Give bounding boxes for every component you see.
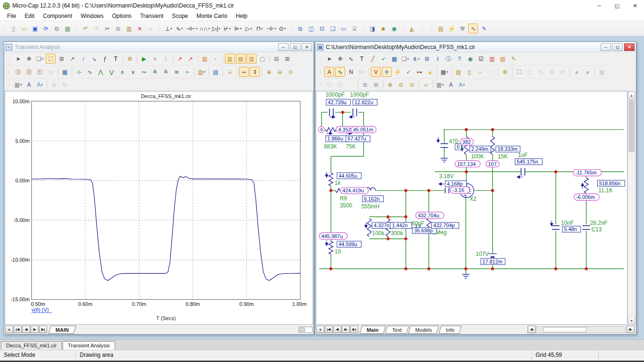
- sound-options-button[interactable]: ◭: [407, 24, 417, 33]
- menu-component[interactable]: Component: [39, 12, 76, 20]
- component-value[interactable]: 1k: [335, 180, 341, 186]
- zoom-box-mode-button[interactable]: ⛶: [46, 54, 56, 64]
- flip-vertical-button[interactable]: ⇅: [547, 67, 557, 77]
- sine-source-component-button[interactable]: ⊙▾: [277, 24, 287, 33]
- next-peak-button[interactable]: ⋀: [96, 67, 106, 77]
- node-voltage[interactable]: -11.765m: [575, 170, 596, 175]
- node-voltage[interactable]: -3.16: [453, 187, 464, 193]
- component-value[interactable]: 100k: [372, 230, 384, 237]
- menu-monte-carlo[interactable]: Monte Carlo: [192, 12, 231, 20]
- node-voltage[interactable]: 424.419u: [342, 188, 364, 193]
- print-button[interactable]: ▤: [63, 24, 73, 33]
- menu-scope[interactable]: Scope: [168, 12, 192, 20]
- schematic-canvas[interactable]: 63300pF1000pF883K75K1kR93500555mH10100k3…: [316, 91, 627, 325]
- grid-pattern-dropdown[interactable]: ▾: [442, 83, 444, 87]
- current-value[interactable]: 1.866u: [327, 136, 343, 141]
- flowchart-button[interactable]: ⋔▾: [411, 54, 421, 64]
- page-dropdown[interactable]: ▼: [316, 326, 324, 333]
- component-value[interactable]: 3.16V: [439, 173, 454, 180]
- select-tool-button[interactable]: ➤: [13, 54, 23, 64]
- current-value[interactable]: 518.856n: [599, 181, 621, 186]
- stop-button[interactable]: ■: [150, 54, 160, 64]
- page-red-button[interactable]: ▥: [487, 54, 497, 64]
- schematic-restore-button[interactable]: ◱: [612, 43, 623, 51]
- component-value[interactable]: 60pF: [412, 220, 424, 227]
- opamp-component-button[interactable]: ▷▾: [244, 24, 254, 33]
- resistor-symbol[interactable]: [329, 173, 333, 186]
- plot-page-dropdown[interactable]: ▼: [5, 326, 13, 333]
- panel-lines-button[interactable]: ▤: [236, 54, 246, 64]
- analysis-minimize-button[interactable]: ─: [278, 43, 289, 51]
- resistor-symbol[interactable]: [367, 219, 372, 237]
- page-next[interactable]: ▶: [342, 326, 350, 333]
- graphics-shapes-button[interactable]: ❏▾: [35, 54, 45, 64]
- find-component-button[interactable]: ⌕: [572, 67, 582, 77]
- menu-edit[interactable]: Edit: [20, 12, 39, 20]
- schematic-tab-main[interactable]: Main: [360, 326, 386, 334]
- user-library-button[interactable]: ☻: [378, 24, 388, 33]
- envelope-lower-button[interactable]: ≈: [182, 67, 192, 77]
- sine-source-component-dropdown[interactable]: ▾: [284, 27, 286, 31]
- font-color-dropdown[interactable]: ▾: [463, 83, 465, 87]
- preferences-tools-button[interactable]: ⚒: [457, 24, 467, 33]
- clipboard-copy-dropdown[interactable]: ▾: [204, 70, 206, 74]
- ground-component-button[interactable]: ⊥▾: [164, 24, 173, 33]
- component-value[interactable]: 555mH: [361, 203, 379, 210]
- plot-horizontal-scrollbar[interactable]: [298, 327, 313, 333]
- vertical-scroll-track[interactable]: [628, 153, 635, 317]
- envelope-upper-button[interactable]: ≋: [172, 67, 182, 77]
- restore-button[interactable]: ◱: [610, 1, 624, 10]
- scale-mode-button[interactable]: ↗: [67, 54, 77, 64]
- select-special-button[interactable]: ▫: [146, 24, 156, 33]
- grid-button[interactable]: ▦▾: [439, 67, 449, 77]
- resistor-component-button[interactable]: ∿▾: [174, 24, 184, 33]
- zoom-100-button[interactable]: ⊙: [286, 67, 296, 77]
- component-value[interactable]: 75K: [346, 143, 356, 150]
- next-low-button[interactable]: ∨: [128, 67, 138, 77]
- web-update-button[interactable]: ◉: [389, 24, 399, 33]
- info-button[interactable]: ⓘ: [444, 54, 454, 64]
- component-value[interactable]: X2: [470, 196, 477, 202]
- current-value[interactable]: 17.812m: [482, 259, 503, 264]
- properties-button[interactable]: ⚙: [125, 54, 135, 64]
- graphics-shapes-dropdown[interactable]: ▾: [42, 57, 44, 61]
- current-value[interactable]: 0: [457, 144, 460, 149]
- plot-page-first[interactable]: |◀: [14, 326, 22, 333]
- node-voltage[interactable]: 107: [488, 161, 496, 167]
- region-box-button[interactable]: ▫: [418, 24, 428, 33]
- close-button[interactable]: ✕: [628, 1, 642, 10]
- drc-warning-button[interactable]: ▲: [425, 67, 435, 77]
- group-select-button[interactable]: ⬚: [486, 67, 496, 77]
- window-cascade-button[interactable]: ⧉: [295, 24, 305, 33]
- component-value[interactable]: 883K: [324, 143, 337, 150]
- show-analog-values-button[interactable]: ∿: [335, 67, 345, 77]
- resistor-symbol[interactable]: [584, 178, 588, 193]
- component-value[interactable]: 1uF: [518, 152, 528, 158]
- component-value[interactable]: 10nF: [561, 220, 574, 226]
- global-low-button[interactable]: ≚: [161, 67, 171, 77]
- hscroll-left-arrow[interactable]: ◀: [528, 326, 536, 333]
- minimize-button[interactable]: ─: [592, 1, 606, 10]
- schematic-tab-text[interactable]: Text: [385, 326, 409, 334]
- graphics-shapes-dropdown[interactable]: ▾: [407, 57, 409, 61]
- current-value[interactable]: 4.168p: [447, 181, 462, 187]
- font-button[interactable]: A: [24, 80, 34, 90]
- window-maximize-button[interactable]: ▭: [339, 24, 348, 33]
- split-tile-button[interactable]: ⊞: [282, 54, 292, 64]
- plot-area[interactable]: Decca_FFSS_mk1.cir10.00m5.00m0.00m-5.00m…: [5, 91, 313, 325]
- menu-file[interactable]: File: [3, 12, 20, 20]
- menu-transient[interactable]: Transient: [136, 12, 168, 20]
- show-node-voltages-button[interactable]: V: [371, 67, 381, 77]
- component-value[interactable]: 300k: [391, 230, 403, 237]
- resistor-component-dropdown[interactable]: ▾: [181, 27, 183, 31]
- annotate-button[interactable]: ✎: [509, 54, 519, 64]
- analysis-close-button[interactable]: ✕: [302, 43, 312, 51]
- resistor-symbol[interactable]: [329, 241, 333, 255]
- show-power-button[interactable]: ⚡: [393, 67, 403, 77]
- component-value[interactable]: 15K: [498, 153, 508, 160]
- pin-check-button[interactable]: ✓: [379, 54, 388, 64]
- window-overlap-button[interactable]: ❏: [328, 24, 338, 33]
- save-file-button[interactable]: ▣: [30, 24, 40, 33]
- print-preview-button[interactable]: ⧉: [52, 24, 62, 33]
- plot-page-last[interactable]: ▶|: [39, 326, 47, 333]
